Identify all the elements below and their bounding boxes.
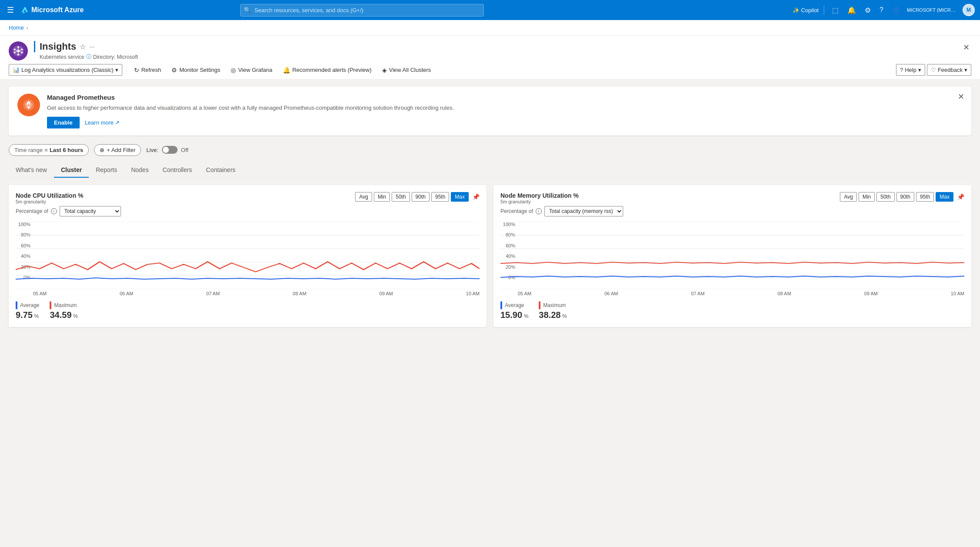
time-range-value: Last 6 hours — [50, 147, 83, 153]
refresh-icon: ↻ — [134, 67, 139, 74]
cpu-percentage-label: Percentage of — [16, 208, 48, 214]
cpu-avg-value: 9.75 — [16, 310, 33, 320]
memory-max-button[interactable]: Max — [936, 192, 953, 202]
memory-utilization-chart: Node Memory Utilization % 5m granularity… — [493, 185, 971, 327]
refresh-button[interactable]: ↻ Refresh — [130, 64, 166, 76]
memory-avg-stat: Average 15.90 % — [500, 301, 528, 320]
toolbar: 📊 Log Analytics visualizations (Classic)… — [0, 61, 980, 80]
breadcrumb: Home › — [0, 20, 980, 36]
memory-max-label: Maximum — [543, 302, 566, 308]
svg-point-3 — [21, 48, 23, 50]
live-label: Live: — [146, 147, 158, 153]
cpu-chart-svg — [16, 222, 480, 289]
portal-icon-button[interactable]: ⬚ — [829, 4, 841, 16]
cpu-min-button[interactable]: Min — [374, 192, 390, 202]
memory-pin-button[interactable]: 📌 — [957, 193, 964, 200]
more-options-button[interactable]: ··· — [89, 43, 94, 50]
enable-button[interactable]: Enable — [47, 117, 80, 128]
feedback-chevron-icon: ▾ — [964, 67, 967, 73]
recommended-alerts-button[interactable]: 🔔 Recommended alerts (Preview) — [279, 64, 376, 76]
copilot-button[interactable]: ✨ Copilot — [792, 7, 819, 14]
cpu-chart-title: Node CPU Utilization % — [16, 192, 84, 199]
managed-prometheus-banner: Managed Prometheus Get access to higher … — [9, 87, 971, 135]
banner-text: Get access to higher performance data an… — [47, 104, 963, 112]
banner-close-button[interactable]: ✕ — [958, 92, 964, 101]
help-dropdown-button[interactable]: ? Help ▾ — [896, 64, 925, 76]
view-all-clusters-button[interactable]: ◈ View All Clusters — [378, 64, 436, 76]
cpu-x-label-10am: 10 AM — [466, 291, 480, 296]
user-account-text: MICROSOFT (MICROSOFT.ONMI... — [907, 7, 959, 13]
favorite-star-button[interactable]: ☆ — [80, 43, 86, 51]
cpu-max-button[interactable]: Max — [451, 192, 469, 202]
azure-logo: Microsoft Azure — [20, 6, 84, 14]
memory-95th-button[interactable]: 95th — [916, 192, 934, 202]
view-mode-dropdown[interactable]: 📊 Log Analytics visualizations (Classic)… — [9, 64, 122, 76]
tab-cluster[interactable]: Cluster — [54, 163, 89, 178]
live-toggle-switch[interactable] — [162, 146, 178, 154]
memory-percentage-select[interactable]: Total capacity (memory rss) Allocatable … — [544, 206, 623, 216]
monitor-settings-label: Monitor Settings — [179, 67, 220, 73]
feedback-person-button[interactable]: 👤 — [889, 4, 903, 16]
toggle-slider — [162, 146, 178, 154]
cpu-percentage-select[interactable]: Total capacity Allocatable capacity — [60, 206, 121, 216]
cpu-avg-button[interactable]: Avg — [355, 192, 372, 202]
memory-50th-button[interactable]: 50th — [876, 192, 894, 202]
view-grafana-icon: ◎ — [231, 67, 236, 74]
tab-nodes[interactable]: Nodes — [124, 163, 155, 178]
add-filter-button[interactable]: ⊕ + Add Filter — [94, 144, 141, 156]
monitor-settings-icon: ⚙ — [171, 67, 177, 74]
search-input[interactable] — [240, 4, 484, 17]
view-mode-label: Log Analytics visualizations (Classic) — [21, 67, 114, 73]
memory-x-label-07am: 07 AM — [691, 291, 705, 296]
cpu-95th-button[interactable]: 95th — [431, 192, 449, 202]
time-range-label: Time range — [14, 147, 43, 153]
settings-gear-button[interactable]: ⚙ — [862, 4, 873, 16]
page-header: Insights ☆ ··· Kubernetes service ⓘ Dire… — [0, 36, 980, 61]
memory-x-label-08am: 08 AM — [778, 291, 791, 296]
help-question-button[interactable]: ? — [877, 4, 886, 16]
memory-max-unit: % — [562, 313, 567, 319]
memory-avg-value: 15.90 — [500, 310, 522, 320]
help-label: Help — [905, 67, 916, 73]
hamburger-button[interactable]: ☰ — [5, 3, 16, 17]
tab-controllers[interactable]: Controllers — [156, 163, 199, 178]
memory-chart-title: Node Memory Utilization % — [500, 192, 579, 199]
help-question-icon: ? — [900, 67, 903, 73]
avatar[interactable]: M — [963, 4, 975, 16]
memory-chart-controls: Avg Min 50th 90th 95th Max 📌 — [840, 192, 964, 202]
close-page-button[interactable]: ✕ — [961, 41, 971, 54]
learn-more-link[interactable]: Learn more ↗ — [85, 119, 120, 126]
cpu-chart-stats: Average 9.75 % Maximum 34.59 % — [16, 301, 480, 320]
svg-point-8 — [17, 50, 20, 52]
tab-whats-new[interactable]: What's new — [9, 163, 54, 178]
svg-point-7 — [14, 48, 16, 50]
cpu-50th-button[interactable]: 50th — [392, 192, 409, 202]
page-title-area: Insights ☆ ··· Kubernetes service ⓘ Dire… — [34, 41, 955, 61]
memory-min-button[interactable]: Min — [859, 192, 875, 202]
cpu-90th-button[interactable]: 90th — [412, 192, 430, 202]
memory-avg-button[interactable]: Avg — [840, 192, 856, 202]
monitor-settings-button[interactable]: ⚙ Monitor Settings — [167, 64, 225, 76]
memory-info-icon[interactable]: i — [536, 208, 542, 214]
tab-containers[interactable]: Containers — [199, 163, 242, 178]
memory-max-indicator — [539, 301, 540, 309]
charts-grid: Node CPU Utilization % 5m granularity Av… — [9, 185, 971, 327]
view-all-clusters-icon: ◈ — [382, 67, 387, 74]
notifications-bell-button[interactable]: 🔔 — [845, 4, 859, 16]
view-grafana-button[interactable]: ◎ View Grafana — [226, 64, 277, 76]
cpu-info-icon[interactable]: i — [51, 208, 57, 214]
time-range-filter[interactable]: Time range = Last 6 hours — [9, 144, 89, 156]
memory-x-label-09am: 09 AM — [864, 291, 878, 296]
copilot-icon: ✨ — [792, 7, 799, 14]
view-grafana-label: View Grafana — [238, 67, 272, 73]
cpu-pin-button[interactable]: 📌 — [472, 193, 480, 200]
directory-info-icon[interactable]: ⓘ — [86, 53, 91, 61]
memory-90th-button[interactable]: 90th — [896, 192, 914, 202]
tab-reports[interactable]: Reports — [89, 163, 124, 178]
cpu-x-label-05am: 05 AM — [33, 291, 47, 296]
kubernetes-service-label: Kubernetes service — [40, 54, 84, 60]
recommended-alerts-icon: 🔔 — [283, 67, 290, 74]
feedback-dropdown-button[interactable]: ♡ Feedback ▾ — [927, 64, 971, 76]
cpu-avg-label: Average — [20, 302, 39, 308]
home-breadcrumb-link[interactable]: Home — [9, 24, 24, 31]
